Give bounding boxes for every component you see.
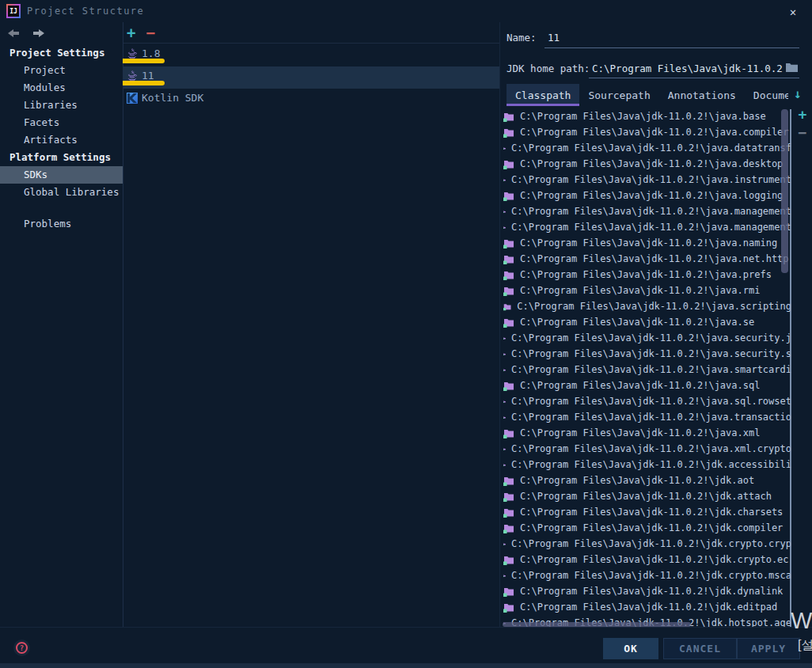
- classpath-entry-path: C:\Program Files\Java\jdk-11.0.2!\java.x…: [511, 443, 791, 454]
- classpath-entry-path: C:\Program Files\Java\jdk-11.0.2!\java.s…: [511, 348, 791, 359]
- classpath-entry-path: C:\Program Files\Java\jdk-11.0.2!\java.s…: [520, 380, 760, 391]
- tab-annotations[interactable]: Annotations: [659, 84, 745, 106]
- sidebar-header-project-settings: Project Settings: [0, 44, 123, 62]
- remove-sdk-icon[interactable]: −: [146, 25, 154, 40]
- classpath-row[interactable]: C:\Program Files\Java\jdk-11.0.2!\jdk.cr…: [500, 567, 791, 583]
- apply-button[interactable]: APPLY: [737, 638, 800, 659]
- classpath-row[interactable]: C:\Program Files\Java\jdk-11.0.2!\java.c…: [500, 124, 791, 140]
- classpath-entry-path: C:\Program Files\Java\jdk-11.0.2!\java.i…: [511, 174, 791, 185]
- classpath-entry-path: C:\Program Files\Java\jdk-11.0.2!\jdk.cr…: [520, 554, 789, 565]
- classpath-row[interactable]: C:\Program Files\Java\jdk-11.0.2!\java.s…: [500, 362, 791, 378]
- folder-icon: [503, 349, 506, 359]
- settings-sidebar: Project SettingsProjectModulesLibrariesF…: [0, 44, 123, 233]
- name-input[interactable]: 11: [548, 32, 560, 44]
- folder-icon: [503, 365, 506, 375]
- back-arrow-icon[interactable]: [8, 29, 20, 37]
- classpath-row[interactable]: C:\Program Files\Java\jdk-11.0.2!\java.m…: [500, 219, 791, 235]
- classpath-row[interactable]: C:\Program Files\Java\jdk-11.0.2!\java.t…: [500, 409, 791, 425]
- classpath-row[interactable]: C:\Program Files\Java\jdk-11.0.2!\java.d…: [500, 140, 791, 156]
- classpath-row[interactable]: C:\Program Files\Java\jdk-11.0.2!\java.d…: [500, 156, 791, 172]
- folder-icon: [503, 127, 514, 138]
- classpath-entry-path: C:\Program Files\Java\jdk-11.0.2!\jdk.co…: [520, 522, 783, 533]
- classpath-entry-path: C:\Program Files\Java\jdk-11.0.2!\java.b…: [520, 111, 766, 122]
- sdk-name: 1.8: [142, 47, 160, 59]
- sidebar-item-libraries[interactable]: Libraries: [0, 97, 123, 114]
- classpath-row[interactable]: C:\Program Files\Java\jdk-11.0.2!\java.s…: [500, 314, 791, 330]
- folder-icon: [503, 333, 506, 343]
- remove-classpath-icon[interactable]: −: [799, 127, 807, 139]
- classpath-row[interactable]: C:\Program Files\Java\jdk-11.0.2!\java.s…: [500, 378, 791, 393]
- classpath-row[interactable]: C:\Program Files\Java\jdk-11.0.2!\jdk.cr…: [500, 552, 791, 567]
- background-text-fragment: [설: [798, 637, 812, 654]
- sidebar-item-modules[interactable]: Modules: [0, 79, 123, 97]
- classpath-entry-path: C:\Program Files\Java\jdk-11.0.2!\jdk.ao…: [520, 475, 754, 486]
- classpath-row[interactable]: C:\Program Files\Java\jdk-11.0.2!\jdk.ac…: [500, 457, 791, 473]
- ok-button[interactable]: OK: [603, 638, 658, 659]
- classpath-row[interactable]: C:\Program Files\Java\jdk-11.0.2!\java.b…: [500, 108, 791, 124]
- classpath-row[interactable]: C:\Program Files\Java\jdk-11.0.2!\java.r…: [500, 283, 791, 298]
- jdk-home-path-input[interactable]: C:\Program Files\Java\jdk-11.0.2: [592, 63, 783, 74]
- sidebar-item-global-libraries[interactable]: Global Libraries: [0, 184, 123, 201]
- browse-folder-icon[interactable]: [785, 62, 799, 73]
- sidebar-item-problems[interactable]: Problems: [0, 215, 123, 233]
- cancel-button[interactable]: CANCEL: [663, 638, 737, 659]
- folder-icon: [503, 555, 514, 565]
- folder-icon: [503, 444, 506, 454]
- classpath-horizontal-scrollbar[interactable]: [503, 622, 691, 627]
- classpath-row[interactable]: C:\Program Files\Java\jdk-11.0.2!\jdk.co…: [500, 520, 791, 536]
- classpath-entry-path: C:\Program Files\Java\jdk-11.0.2!\java.l…: [520, 190, 783, 201]
- tab-classpath[interactable]: Classpath: [507, 84, 579, 106]
- classpath-list: C:\Program Files\Java\jdk-11.0.2!\java.b…: [500, 108, 791, 627]
- classpath-row[interactable]: C:\Program Files\Java\jdk-11.0.2!\jdk.ch…: [500, 504, 791, 520]
- sdk-row-1.8[interactable]: 1.8: [123, 44, 499, 66]
- folder-icon: [503, 143, 506, 154]
- classpath-row[interactable]: C:\Program Files\Java\jdk-11.0.2!\java.l…: [500, 188, 791, 203]
- folder-icon: [503, 507, 514, 518]
- add-sdk-icon[interactable]: +: [127, 25, 135, 40]
- sdk-row-11[interactable]: 11: [123, 66, 499, 89]
- tab-sourcepath[interactable]: Sourcepath: [579, 84, 658, 106]
- forward-arrow-icon[interactable]: [32, 29, 44, 37]
- classpath-vertical-scrollbar[interactable]: [781, 109, 788, 273]
- sidebar-item-sdks[interactable]: SDKs: [0, 166, 123, 184]
- tab-documen[interactable]: Documen: [745, 84, 788, 106]
- classpath-entry-path: C:\Program Files\Java\jdk-11.0.2!\java.x…: [520, 427, 760, 438]
- folder-icon: [503, 397, 506, 407]
- classpath-row[interactable]: C:\Program Files\Java\jdk-11.0.2!\jdk.cr…: [500, 536, 791, 552]
- add-classpath-icon[interactable]: +: [799, 108, 807, 122]
- classpath-row[interactable]: C:\Program Files\Java\jdk-11.0.2!\java.n…: [500, 235, 791, 251]
- classpath-row[interactable]: C:\Program Files\Java\jdk-11.0.2!\java.s…: [500, 298, 791, 314]
- classpath-row[interactable]: C:\Program Files\Java\jdk-11.0.2!\jdk.ao…: [500, 473, 791, 488]
- folder-icon: [503, 286, 514, 296]
- help-button[interactable]: ?: [13, 640, 30, 656]
- close-icon[interactable]: ✕: [786, 5, 800, 19]
- classpath-row[interactable]: C:\Program Files\Java\jdk-11.0.2!\java.i…: [500, 172, 791, 188]
- folder-icon: [503, 381, 514, 391]
- tab-overflow-icon[interactable]: ↓: [794, 86, 802, 101]
- classpath-entry-path: C:\Program Files\Java\jdk-11.0.2!\jdk.ed…: [520, 602, 777, 613]
- sidebar-item-facets[interactable]: Facets: [0, 114, 123, 131]
- classpath-row[interactable]: C:\Program Files\Java\jdk-11.0.2!\java.n…: [500, 251, 791, 267]
- classpath-row[interactable]: C:\Program Files\Java\jdk-11.0.2!\java.m…: [500, 203, 791, 219]
- classpath-row[interactable]: C:\Program Files\Java\jdk-11.0.2!\jdk.dy…: [500, 583, 791, 599]
- classpath-row[interactable]: C:\Program Files\Java\jdk-11.0.2!\java.x…: [500, 425, 791, 441]
- classpath-row[interactable]: C:\Program Files\Java\jdk-11.0.2!\java.p…: [500, 267, 791, 283]
- classpath-row[interactable]: C:\Program Files\Java\jdk-11.0.2!\jdk.ed…: [500, 599, 791, 615]
- sidebar-item-artifacts[interactable]: Artifacts: [0, 131, 123, 149]
- java-sdk-icon: [127, 70, 138, 82]
- classpath-row[interactable]: C:\Program Files\Java\jdk-11.0.2!\java.s…: [500, 346, 791, 362]
- folder-icon: [503, 476, 514, 486]
- classpath-entry-path: C:\Program Files\Java\jdk-11.0.2!\java.n…: [520, 253, 789, 264]
- classpath-row[interactable]: C:\Program Files\Java\jdk-11.0.2!\java.s…: [500, 393, 791, 409]
- classpath-entry-path: C:\Program Files\Java\jdk-11.0.2!\java.s…: [511, 364, 791, 375]
- java-sdk-icon: [127, 48, 138, 59]
- help-icon: ?: [16, 642, 28, 654]
- sdk-name: 11: [142, 70, 154, 82]
- folder-icon: [503, 586, 514, 597]
- sdk-row-kotlin-sdk[interactable]: Kotlin SDK: [123, 89, 499, 111]
- classpath-row[interactable]: C:\Program Files\Java\jdk-11.0.2!\java.s…: [500, 330, 791, 346]
- classpath-row[interactable]: C:\Program Files\Java\jdk-11.0.2!\java.x…: [500, 441, 791, 457]
- classpath-row[interactable]: C:\Program Files\Java\jdk-11.0.2!\jdk.at…: [500, 488, 791, 504]
- sidebar-item-project[interactable]: Project: [0, 62, 123, 79]
- folder-icon: [503, 412, 506, 423]
